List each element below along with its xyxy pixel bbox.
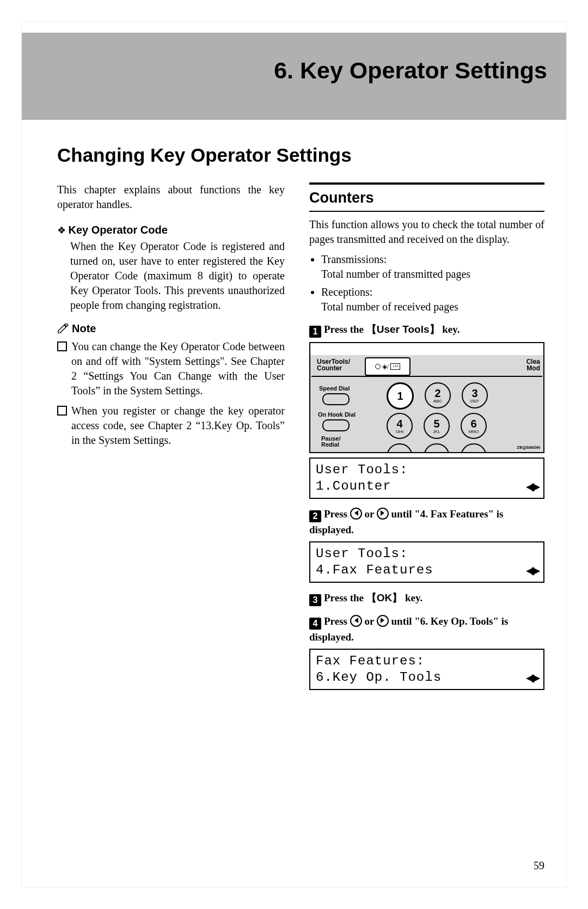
keypad-key-7: 7 — [387, 443, 413, 453]
koc-body: When the Key Operator Code is registered… — [70, 239, 285, 313]
keypad-pause-label: Pause/ Redial — [321, 436, 340, 448]
section-heading: Changing Key Operator Settings — [57, 144, 544, 166]
key-5-num: 5 — [433, 418, 439, 429]
divider-thin — [309, 211, 544, 212]
lcd-nav-arrows-icon: ◀▶ — [526, 671, 538, 685]
divider-thick — [309, 182, 544, 185]
step-4: 4 Press or until "6. Key Op. Tools" is d… — [309, 614, 544, 644]
note-item-1: You can change the Key Operator Code bet… — [57, 339, 285, 398]
lcd1-line2-row: 1.Counter ◀▶ — [316, 478, 538, 495]
page-number: 59 — [534, 859, 544, 872]
keypad-clear-label: Clea Mod — [526, 358, 540, 371]
key-3-txt: DEF — [470, 399, 479, 404]
step-1-text: Press the 【User Tools】 key. — [324, 324, 460, 335]
counters-heading: Counters — [309, 188, 544, 208]
keypad-key-4: 4GHI — [387, 413, 413, 439]
bullet-transmissions: Transmissions: Total number of transmitt… — [321, 252, 544, 282]
keypad-diamond-icon: ◈/ — [382, 362, 389, 371]
keypad-key-8: 8 — [424, 443, 450, 453]
step-4-mid: or — [362, 615, 377, 627]
step-2-pre: Press — [324, 508, 350, 520]
key-4-txt: GHI — [396, 430, 403, 434]
left-arrow-key-icon — [350, 508, 362, 520]
lcd-display-2: User Tools: 4.Fax Features ◀▶ — [309, 541, 544, 583]
lcd-nav-arrows-icon: ◀▶ — [526, 564, 538, 577]
lcd2-line1: User Tools: — [316, 546, 538, 562]
note-item-2: When you register or change the key oper… — [57, 404, 285, 448]
key-5-txt: JKL — [433, 430, 440, 434]
key-1-num: 1 — [397, 391, 403, 401]
keypad-key-9: 9 — [461, 443, 487, 453]
step-3-text: Press the 【OK】 key. — [324, 592, 422, 603]
counters-intro: This function allows you to check the to… — [309, 217, 544, 247]
counters-bullets: Transmissions: Total number of transmitt… — [309, 252, 544, 314]
left-arrow-key-icon — [350, 615, 362, 627]
diamond-icon: ❖ — [57, 225, 69, 236]
step-1-pre: Press the — [324, 324, 366, 335]
right-column: Counters This function allows you to che… — [309, 182, 544, 692]
note-bullet-icon — [57, 341, 67, 351]
keypad-usertools-button: ◈/ 123 — [365, 357, 411, 376]
chapter-banner: 6. Key Operator Settings — [22, 33, 566, 120]
step-1-post: key. — [440, 324, 460, 335]
ok-keycap: OK — [377, 592, 393, 603]
step-2: 2 Press or until "4. Fax Features" is di… — [309, 507, 544, 537]
two-column-layout: This chapter explains about functions th… — [57, 182, 544, 692]
keypad-row-2: 4GHI 5JKL 6MNO — [387, 413, 487, 439]
keypad-figure-code: ZEQS06GN — [517, 445, 540, 451]
keypad-key-2: 2ABC — [425, 382, 451, 408]
keypad-key-3: 3DEF — [462, 382, 488, 408]
right-arrow-key-icon — [377, 508, 389, 520]
lcd2-line2: 4.Fax Features — [316, 562, 433, 578]
keypad-key-6: 6MNO — [461, 413, 487, 439]
keypad-on-hook-button — [322, 419, 350, 431]
lcd-display-3: Fax Features: 6.Key Op. Tools ◀▶ — [309, 649, 544, 690]
lcd3-line2: 6.Key Op. Tools — [316, 669, 442, 686]
keypad-dot-icon — [375, 364, 381, 369]
keypad-top-strip — [310, 343, 543, 355]
keypad-speed-dial-label: Speed Dial — [319, 385, 350, 393]
step-1: 1 Press the 【User Tools】 key. — [309, 322, 544, 338]
note-2-text: When you register or change the key oper… — [71, 404, 285, 448]
step-number-4: 4 — [309, 618, 321, 630]
step-number-3: 3 — [309, 594, 321, 606]
step-3-pre: Press the — [324, 592, 366, 603]
key-3-num: 3 — [471, 388, 477, 399]
key-4-num: 4 — [396, 418, 402, 429]
step-3-post: key. — [402, 592, 422, 603]
note-1-text: You can change the Key Operator Code bet… — [71, 339, 285, 398]
step-3: 3 Press the 【OK】 key. — [309, 590, 544, 606]
key-operator-code-block: ❖ Key Operator Code When the Key Operato… — [57, 223, 285, 313]
step-2-mid: or — [362, 508, 377, 520]
key-9-num: 9 — [470, 451, 476, 453]
lcd3-line1: Fax Features: — [316, 653, 538, 669]
keypad-row-1: 1 2ABC 3DEF — [387, 382, 488, 410]
lcd1-line1: User Tools: — [316, 462, 538, 478]
keypad-key-1: 1 — [387, 382, 414, 410]
step-number-1: 1 — [309, 326, 321, 338]
key-2-txt: ABC — [433, 399, 442, 404]
keypad-divider — [311, 376, 542, 377]
key-7-num: 7 — [396, 451, 402, 453]
note-bullet-icon — [57, 406, 67, 416]
keypad-123-icon: 123 — [390, 363, 400, 370]
intro-paragraph: This chapter explains about functions th… — [57, 182, 285, 212]
content-area: Changing Key Operator Settings This chap… — [57, 144, 544, 692]
note-label: Note — [72, 322, 96, 334]
keypad-key-5: 5JKL — [424, 413, 450, 439]
keypad-speed-dial-button — [322, 393, 350, 405]
lcd2-line2-row: 4.Fax Features ◀▶ — [316, 562, 538, 578]
lcd-display-1: User Tools: 1.Counter ◀▶ — [309, 457, 544, 499]
step-4-pre: Press — [324, 615, 350, 627]
keypad-row-3: 7 8 9 — [387, 443, 487, 453]
key-8-num: 8 — [433, 451, 439, 453]
note-heading-row: Note — [57, 321, 285, 336]
user-tools-keycap: User Tools — [377, 324, 430, 335]
chapter-title: 6. Key Operator Settings — [274, 57, 547, 84]
lcd3-line2-row: 6.Key Op. Tools ◀▶ — [316, 669, 538, 686]
pencil-icon — [57, 324, 69, 333]
keypad-illustration: UserTools/ Counter Clea Mod ◈/ 123 Speed… — [309, 342, 544, 453]
bullet-receptions: Receptions: Total number of received pag… — [321, 285, 544, 314]
step-4-text: Press or until "6. Key Op. Tools" is dis… — [309, 615, 508, 643]
koc-heading: Key Operator Code — [69, 224, 168, 236]
